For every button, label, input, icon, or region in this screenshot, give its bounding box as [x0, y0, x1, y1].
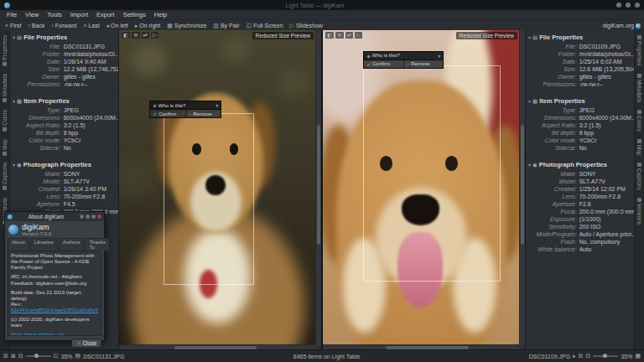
- preview-tool-icon[interactable]: ⊕: [132, 32, 139, 39]
- toolbar-button[interactable]: ▸ On right: [133, 23, 165, 29]
- collapse-arrow-icon[interactable]: ▾: [13, 34, 15, 40]
- section-header[interactable]: ▾ ◉ Photograph Properties: [526, 158, 634, 170]
- section-title: File Properties: [539, 34, 583, 41]
- menu-item[interactable]: Tools: [43, 11, 66, 18]
- thumbnails-icon[interactable]: ▦: [635, 353, 641, 359]
- toolbar-button[interactable]: » Last: [81, 23, 104, 29]
- right-preview-pane[interactable]: ◧⊕⇄▷ Reduced Size Preview ◈ Who is this?…: [323, 30, 525, 350]
- toolbar-button[interactable]: ▦ Synchronize: [165, 23, 211, 29]
- right-zoom-slider[interactable]: [593, 355, 618, 357]
- collapse-arrow-icon[interactable]: ▾: [13, 162, 15, 168]
- left-vertical-scrollbar[interactable]: [315, 30, 321, 345]
- preview-tool-icon[interactable]: ◧: [325, 32, 334, 39]
- confirm-face-button[interactable]: ✓ Confirm: [364, 60, 403, 68]
- face-tag-question[interactable]: Who is this?: [158, 103, 214, 108]
- chevron-down-icon[interactable]: ▾: [438, 53, 440, 59]
- toolbar-button[interactable]: ‹ Back: [27, 23, 50, 29]
- dialog-tab[interactable]: Authors: [59, 238, 85, 251]
- zoom-100-icon[interactable]: ⊠: [11, 353, 16, 359]
- toolbar-button[interactable]: ▥ By Pair: [211, 23, 244, 29]
- dialog-tab[interactable]: Thanks To: [85, 238, 110, 251]
- zoom-fit-icon[interactable]: ⊞: [579, 353, 584, 359]
- section-header[interactable]: ▾ ▤ File Properties: [10, 31, 118, 43]
- section-header[interactable]: ▾ ◉ Photograph Properties: [10, 158, 118, 170]
- sidebar-tab[interactable]: Captions: [1, 159, 8, 194]
- statusbar: ⊞ ⊠ ⊟ ⊡ 35% ▤ DSC01131.JPG 8465 items on…: [0, 349, 644, 362]
- toolbar-button[interactable]: › Forward: [49, 23, 81, 29]
- sidebar-tab[interactable]: Colors: [636, 106, 643, 135]
- sidebar-tab[interactable]: Properties: [1, 32, 8, 70]
- preview-tool-icon[interactable]: ▷: [355, 32, 362, 39]
- confirm-face-button[interactable]: ✓ Confirm: [150, 110, 185, 117]
- close-button[interactable]: ✕ Close: [71, 339, 101, 348]
- maximize-icon[interactable]: [626, 3, 631, 8]
- close-icon[interactable]: [97, 215, 101, 219]
- help-icon[interactable]: [80, 215, 84, 219]
- zoom-select-icon[interactable]: ⊟: [18, 353, 23, 359]
- preview-tool-icon[interactable]: ⇄: [345, 32, 353, 39]
- dialog-tab[interactable]: Libraries: [30, 238, 58, 251]
- section-header[interactable]: ▾ ▦ Item Properties: [10, 95, 118, 106]
- preview-tool-icon[interactable]: ▷: [151, 32, 158, 39]
- face-tag-frame[interactable]: [164, 113, 254, 284]
- property-value: 200.0 mm (300.0 mm): [579, 208, 634, 215]
- zoom-100-icon[interactable]: ⊟: [585, 353, 590, 359]
- toolbar-button[interactable]: ◱ Full Screen: [245, 23, 288, 29]
- remove-face-button[interactable]: − Remove: [403, 60, 444, 68]
- sidebar-tab[interactable]: Metadata: [636, 70, 643, 106]
- menu-item[interactable]: Settings: [119, 11, 150, 18]
- property-key: Owner:: [526, 73, 579, 80]
- toolbar-button[interactable]: ▷ Slideshow: [288, 23, 328, 29]
- sidebar-tab[interactable]: Metadata: [1, 70, 8, 106]
- sidebar-tab-icon: [3, 62, 7, 66]
- right-vertical-scrollbar[interactable]: [519, 30, 525, 345]
- section-header[interactable]: ▾ ▦ Item Properties: [526, 95, 634, 106]
- property-value: No, compulsory: [579, 238, 634, 246]
- face-tag-question[interactable]: Who is this?: [372, 53, 436, 58]
- sidebar-tab[interactable]: Versions: [636, 194, 643, 228]
- property-value: gilles - gilles: [579, 73, 634, 80]
- preview-tool-icon[interactable]: ⇄: [142, 32, 149, 39]
- revision-hash-link[interactable]: 62e341ca4d8311f1daaf11831caf1d3e9b63a784…: [11, 308, 98, 313]
- sidebar-tab-icon: [3, 186, 7, 190]
- face-tag-frame[interactable]: [363, 65, 500, 282]
- preview-tool-icon[interactable]: ◧: [122, 32, 130, 39]
- section-header[interactable]: ▾ ▤ File Properties: [526, 31, 634, 43]
- remove-face-button[interactable]: − Remove: [185, 110, 221, 117]
- fit-window-icon[interactable]: ⊡: [54, 353, 59, 359]
- menu-item[interactable]: Export: [92, 11, 119, 18]
- menu-item[interactable]: Help: [150, 11, 171, 18]
- collapse-arrow-icon[interactable]: ▾: [528, 98, 531, 104]
- about-rev-label: Rev.:: [11, 302, 98, 308]
- close-icon[interactable]: [635, 3, 640, 8]
- menu-item[interactable]: File: [3, 11, 21, 18]
- minimize-icon[interactable]: [86, 215, 90, 219]
- preview-tool-icon[interactable]: ⊕: [335, 32, 343, 39]
- collapse-arrow-icon[interactable]: ▾: [528, 34, 531, 40]
- dialog-tab[interactable]: About: [8, 238, 29, 251]
- minimize-icon[interactable]: [616, 3, 621, 8]
- property-key: Type:: [10, 106, 64, 114]
- dialog-titlebar[interactable]: About digiKam: [5, 212, 104, 221]
- chevron-down-icon[interactable]: ▾: [216, 102, 218, 108]
- zoom-fit-icon[interactable]: ⊞: [3, 353, 8, 359]
- collapse-arrow-icon[interactable]: ▾: [528, 162, 531, 168]
- sidebar-tab[interactable]: Map: [1, 136, 8, 159]
- menu-item[interactable]: View: [21, 11, 43, 18]
- sidebar-tab[interactable]: Map: [636, 136, 643, 159]
- pair-icon[interactable]: ▸: [573, 353, 576, 359]
- left-zoom-slider[interactable]: [26, 355, 51, 357]
- sidebar-tab[interactable]: Captions: [636, 159, 643, 194]
- menu-item[interactable]: Import: [66, 11, 92, 18]
- sidebar-tab-icon: [3, 98, 7, 102]
- sidebar-tab-label: Properties: [636, 41, 642, 66]
- left-preview-pane[interactable]: ◧⊕⇄▷ Reduced Size Preview ◈ Who is this?…: [119, 30, 323, 350]
- digikam-org-link[interactable]: digiKam.org: [603, 23, 641, 28]
- maximize-icon[interactable]: [91, 215, 96, 219]
- collapse-arrow-icon[interactable]: ▾: [13, 98, 15, 104]
- property-row: Aperture: F2.8: [526, 200, 634, 208]
- sidebar-tab[interactable]: Colors: [1, 106, 8, 135]
- toolbar-button[interactable]: ◂ On left: [105, 23, 133, 29]
- sidebar-tab[interactable]: Properties: [636, 32, 643, 70]
- toolbar-button[interactable]: « First: [3, 23, 27, 29]
